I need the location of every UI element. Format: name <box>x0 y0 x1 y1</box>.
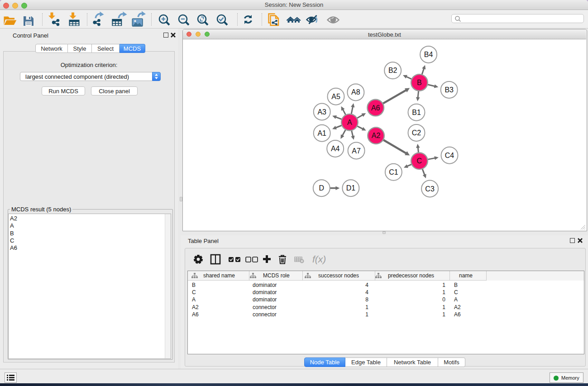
svg-text:D1: D1 <box>346 184 356 192</box>
svg-text:A6: A6 <box>371 104 380 112</box>
svg-text:A7: A7 <box>352 147 361 155</box>
svg-text:A: A <box>347 119 352 126</box>
svg-text:A4: A4 <box>331 145 340 152</box>
svg-text:B2: B2 <box>388 67 397 74</box>
svg-text:C2: C2 <box>412 129 421 137</box>
svg-text:C1: C1 <box>389 168 398 176</box>
svg-text:A3: A3 <box>317 108 326 116</box>
svg-text:A8: A8 <box>351 88 360 96</box>
svg-text:B: B <box>417 79 422 86</box>
svg-text:C: C <box>417 157 422 165</box>
svg-text:f(x): f(x) <box>312 254 326 264</box>
svg-text:C4: C4 <box>445 152 454 159</box>
svg-text:C3: C3 <box>425 185 435 193</box>
svg-text:B1: B1 <box>412 109 421 116</box>
svg-text:A1: A1 <box>317 129 326 137</box>
svg-text:B3: B3 <box>445 86 454 94</box>
svg-text:A2: A2 <box>372 132 381 139</box>
svg-text:D: D <box>319 184 325 192</box>
svg-text:A5: A5 <box>331 93 340 100</box>
svg-text:B4: B4 <box>424 51 433 58</box>
